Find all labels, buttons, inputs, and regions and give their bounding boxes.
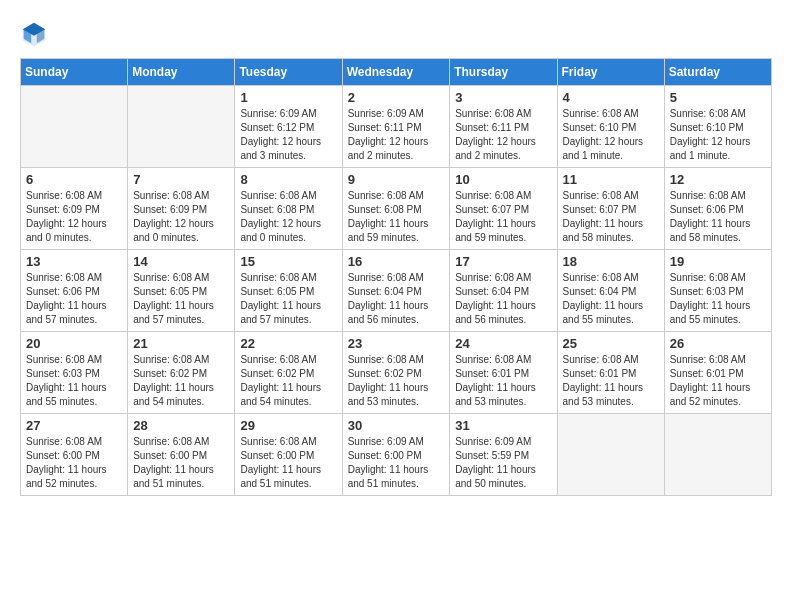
day-info: Sunrise: 6:08 AMSunset: 6:06 PMDaylight:…	[26, 271, 122, 327]
day-info: Sunrise: 6:08 AMSunset: 6:09 PMDaylight:…	[26, 189, 122, 245]
day-number: 19	[670, 254, 766, 269]
calendar-table: SundayMondayTuesdayWednesdayThursdayFrid…	[20, 58, 772, 496]
day-info: Sunrise: 6:08 AMSunset: 6:05 PMDaylight:…	[240, 271, 336, 327]
day-info: Sunrise: 6:08 AMSunset: 6:11 PMDaylight:…	[455, 107, 551, 163]
weekday-header-wednesday: Wednesday	[342, 59, 450, 86]
calendar-cell: 23Sunrise: 6:08 AMSunset: 6:02 PMDayligh…	[342, 332, 450, 414]
calendar-cell	[664, 414, 771, 496]
day-info: Sunrise: 6:08 AMSunset: 6:03 PMDaylight:…	[26, 353, 122, 409]
calendar-cell	[128, 86, 235, 168]
calendar-cell: 11Sunrise: 6:08 AMSunset: 6:07 PMDayligh…	[557, 168, 664, 250]
day-number: 30	[348, 418, 445, 433]
day-info: Sunrise: 6:09 AMSunset: 5:59 PMDaylight:…	[455, 435, 551, 491]
day-number: 9	[348, 172, 445, 187]
day-info: Sunrise: 6:08 AMSunset: 6:04 PMDaylight:…	[455, 271, 551, 327]
day-info: Sunrise: 6:08 AMSunset: 6:06 PMDaylight:…	[670, 189, 766, 245]
day-info: Sunrise: 6:08 AMSunset: 6:04 PMDaylight:…	[563, 271, 659, 327]
logo	[20, 20, 52, 48]
day-number: 5	[670, 90, 766, 105]
day-info: Sunrise: 6:08 AMSunset: 6:03 PMDaylight:…	[670, 271, 766, 327]
calendar-cell: 17Sunrise: 6:08 AMSunset: 6:04 PMDayligh…	[450, 250, 557, 332]
day-info: Sunrise: 6:08 AMSunset: 6:00 PMDaylight:…	[133, 435, 229, 491]
calendar-cell: 7Sunrise: 6:08 AMSunset: 6:09 PMDaylight…	[128, 168, 235, 250]
logo-icon	[20, 20, 48, 48]
day-info: Sunrise: 6:08 AMSunset: 6:09 PMDaylight:…	[133, 189, 229, 245]
day-info: Sunrise: 6:08 AMSunset: 6:08 PMDaylight:…	[240, 189, 336, 245]
day-number: 6	[26, 172, 122, 187]
day-info: Sunrise: 6:09 AMSunset: 6:12 PMDaylight:…	[240, 107, 336, 163]
day-number: 23	[348, 336, 445, 351]
weekday-header-sunday: Sunday	[21, 59, 128, 86]
calendar-cell: 29Sunrise: 6:08 AMSunset: 6:00 PMDayligh…	[235, 414, 342, 496]
day-number: 18	[563, 254, 659, 269]
day-info: Sunrise: 6:08 AMSunset: 6:02 PMDaylight:…	[348, 353, 445, 409]
day-number: 11	[563, 172, 659, 187]
day-number: 13	[26, 254, 122, 269]
day-number: 22	[240, 336, 336, 351]
calendar-cell: 2Sunrise: 6:09 AMSunset: 6:11 PMDaylight…	[342, 86, 450, 168]
day-info: Sunrise: 6:08 AMSunset: 6:08 PMDaylight:…	[348, 189, 445, 245]
calendar-cell: 4Sunrise: 6:08 AMSunset: 6:10 PMDaylight…	[557, 86, 664, 168]
day-info: Sunrise: 6:08 AMSunset: 6:07 PMDaylight:…	[455, 189, 551, 245]
calendar-cell: 18Sunrise: 6:08 AMSunset: 6:04 PMDayligh…	[557, 250, 664, 332]
day-number: 10	[455, 172, 551, 187]
calendar-cell: 14Sunrise: 6:08 AMSunset: 6:05 PMDayligh…	[128, 250, 235, 332]
calendar-cell: 25Sunrise: 6:08 AMSunset: 6:01 PMDayligh…	[557, 332, 664, 414]
day-info: Sunrise: 6:08 AMSunset: 6:02 PMDaylight:…	[240, 353, 336, 409]
page-header	[20, 20, 772, 48]
calendar-cell: 8Sunrise: 6:08 AMSunset: 6:08 PMDaylight…	[235, 168, 342, 250]
day-info: Sunrise: 6:08 AMSunset: 6:01 PMDaylight:…	[563, 353, 659, 409]
day-number: 12	[670, 172, 766, 187]
day-number: 26	[670, 336, 766, 351]
calendar-cell: 1Sunrise: 6:09 AMSunset: 6:12 PMDaylight…	[235, 86, 342, 168]
calendar-cell: 22Sunrise: 6:08 AMSunset: 6:02 PMDayligh…	[235, 332, 342, 414]
calendar-cell: 30Sunrise: 6:09 AMSunset: 6:00 PMDayligh…	[342, 414, 450, 496]
calendar-cell: 19Sunrise: 6:08 AMSunset: 6:03 PMDayligh…	[664, 250, 771, 332]
calendar-week-2: 6Sunrise: 6:08 AMSunset: 6:09 PMDaylight…	[21, 168, 772, 250]
day-number: 15	[240, 254, 336, 269]
day-info: Sunrise: 6:08 AMSunset: 6:00 PMDaylight:…	[240, 435, 336, 491]
day-number: 29	[240, 418, 336, 433]
calendar-cell: 20Sunrise: 6:08 AMSunset: 6:03 PMDayligh…	[21, 332, 128, 414]
calendar-cell: 12Sunrise: 6:08 AMSunset: 6:06 PMDayligh…	[664, 168, 771, 250]
day-info: Sunrise: 6:08 AMSunset: 6:02 PMDaylight:…	[133, 353, 229, 409]
calendar-cell	[21, 86, 128, 168]
day-number: 14	[133, 254, 229, 269]
day-number: 8	[240, 172, 336, 187]
calendar-cell: 31Sunrise: 6:09 AMSunset: 5:59 PMDayligh…	[450, 414, 557, 496]
calendar-cell	[557, 414, 664, 496]
calendar-week-3: 13Sunrise: 6:08 AMSunset: 6:06 PMDayligh…	[21, 250, 772, 332]
day-number: 16	[348, 254, 445, 269]
day-info: Sunrise: 6:09 AMSunset: 6:00 PMDaylight:…	[348, 435, 445, 491]
day-number: 25	[563, 336, 659, 351]
day-number: 3	[455, 90, 551, 105]
day-number: 4	[563, 90, 659, 105]
calendar-cell: 27Sunrise: 6:08 AMSunset: 6:00 PMDayligh…	[21, 414, 128, 496]
day-info: Sunrise: 6:08 AMSunset: 6:04 PMDaylight:…	[348, 271, 445, 327]
calendar-cell: 13Sunrise: 6:08 AMSunset: 6:06 PMDayligh…	[21, 250, 128, 332]
calendar-cell: 3Sunrise: 6:08 AMSunset: 6:11 PMDaylight…	[450, 86, 557, 168]
day-number: 24	[455, 336, 551, 351]
day-number: 20	[26, 336, 122, 351]
calendar-cell: 9Sunrise: 6:08 AMSunset: 6:08 PMDaylight…	[342, 168, 450, 250]
day-info: Sunrise: 6:08 AMSunset: 6:01 PMDaylight:…	[455, 353, 551, 409]
calendar-week-1: 1Sunrise: 6:09 AMSunset: 6:12 PMDaylight…	[21, 86, 772, 168]
weekday-header-tuesday: Tuesday	[235, 59, 342, 86]
day-number: 31	[455, 418, 551, 433]
calendar-week-4: 20Sunrise: 6:08 AMSunset: 6:03 PMDayligh…	[21, 332, 772, 414]
day-info: Sunrise: 6:08 AMSunset: 6:00 PMDaylight:…	[26, 435, 122, 491]
calendar-cell: 6Sunrise: 6:08 AMSunset: 6:09 PMDaylight…	[21, 168, 128, 250]
day-number: 1	[240, 90, 336, 105]
calendar-cell: 15Sunrise: 6:08 AMSunset: 6:05 PMDayligh…	[235, 250, 342, 332]
day-number: 28	[133, 418, 229, 433]
day-info: Sunrise: 6:08 AMSunset: 6:10 PMDaylight:…	[670, 107, 766, 163]
weekday-header-monday: Monday	[128, 59, 235, 86]
calendar-cell: 10Sunrise: 6:08 AMSunset: 6:07 PMDayligh…	[450, 168, 557, 250]
day-info: Sunrise: 6:08 AMSunset: 6:10 PMDaylight:…	[563, 107, 659, 163]
weekday-header-friday: Friday	[557, 59, 664, 86]
day-info: Sunrise: 6:08 AMSunset: 6:07 PMDaylight:…	[563, 189, 659, 245]
calendar-cell: 16Sunrise: 6:08 AMSunset: 6:04 PMDayligh…	[342, 250, 450, 332]
day-info: Sunrise: 6:08 AMSunset: 6:01 PMDaylight:…	[670, 353, 766, 409]
weekday-header-saturday: Saturday	[664, 59, 771, 86]
day-number: 21	[133, 336, 229, 351]
